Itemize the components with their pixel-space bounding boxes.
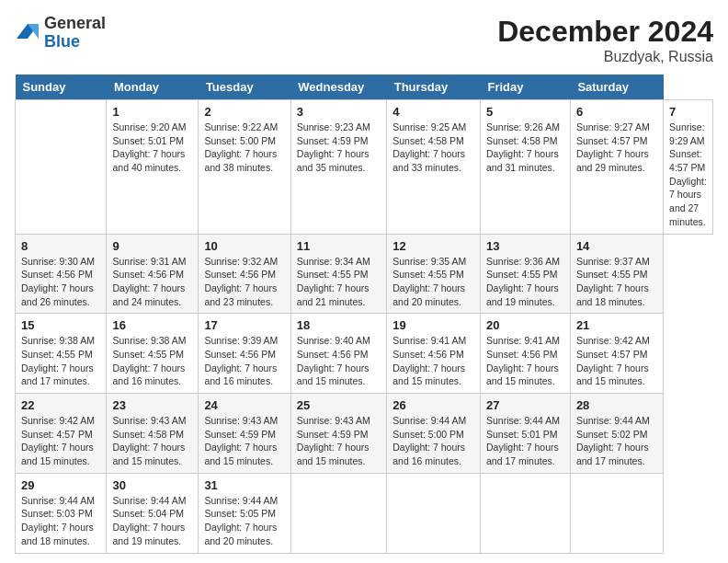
calendar-cell <box>570 473 663 553</box>
day-number: 29 <box>21 478 100 492</box>
calendar-cell <box>290 473 386 553</box>
month-title: December 2024 <box>497 15 713 49</box>
day-number: 4 <box>392 105 474 119</box>
day-number: 14 <box>576 239 657 253</box>
calendar-cell: 28Sunrise: 9:44 AM Sunset: 5:02 PM Dayli… <box>570 394 663 474</box>
calendar-cell: 10Sunrise: 9:32 AM Sunset: 4:56 PM Dayli… <box>199 234 290 314</box>
day-info: Sunrise: 9:44 AM Sunset: 5:05 PM Dayligh… <box>204 494 284 548</box>
day-info: Sunrise: 9:42 AM Sunset: 4:57 PM Dayligh… <box>21 414 100 468</box>
column-header-sunday: Sunday <box>16 75 107 100</box>
day-number: 18 <box>297 318 381 332</box>
day-info: Sunrise: 9:42 AM Sunset: 4:57 PM Dayligh… <box>576 334 657 388</box>
day-info: Sunrise: 9:44 AM Sunset: 5:04 PM Dayligh… <box>112 494 192 548</box>
day-info: Sunrise: 9:35 AM Sunset: 4:55 PM Dayligh… <box>392 255 474 309</box>
calendar-cell: 3Sunrise: 9:23 AM Sunset: 4:59 PM Daylig… <box>290 100 386 235</box>
calendar-cell: 23Sunrise: 9:43 AM Sunset: 4:58 PM Dayli… <box>107 394 199 474</box>
calendar-cell: 8Sunrise: 9:30 AM Sunset: 4:56 PM Daylig… <box>16 234 107 314</box>
day-info: Sunrise: 9:44 AM Sunset: 5:01 PM Dayligh… <box>486 414 564 468</box>
calendar-cell: 1Sunrise: 9:20 AM Sunset: 5:01 PM Daylig… <box>107 100 199 235</box>
column-header-tuesday: Tuesday <box>199 75 290 100</box>
day-info: Sunrise: 9:27 AM Sunset: 4:57 PM Dayligh… <box>576 121 657 175</box>
logo-general-text: General <box>44 14 106 32</box>
day-info: Sunrise: 9:31 AM Sunset: 4:56 PM Dayligh… <box>112 255 192 309</box>
calendar-cell: 18Sunrise: 9:40 AM Sunset: 4:56 PM Dayli… <box>290 314 386 394</box>
day-number: 11 <box>297 239 381 253</box>
day-info: Sunrise: 9:43 AM Sunset: 4:59 PM Dayligh… <box>297 414 381 468</box>
day-info: Sunrise: 9:22 AM Sunset: 5:00 PM Dayligh… <box>204 121 284 175</box>
day-number: 1 <box>112 105 192 119</box>
calendar-week-4: 22Sunrise: 9:42 AM Sunset: 4:57 PM Dayli… <box>16 394 713 474</box>
calendar-week-1: 1Sunrise: 9:20 AM Sunset: 5:01 PM Daylig… <box>16 100 713 235</box>
calendar-cell <box>387 473 481 553</box>
column-header-wednesday: Wednesday <box>290 75 386 100</box>
logo-blue-text: Blue <box>44 32 80 51</box>
calendar-cell: 29Sunrise: 9:44 AM Sunset: 5:03 PM Dayli… <box>16 473 107 553</box>
day-info: Sunrise: 9:23 AM Sunset: 4:59 PM Dayligh… <box>297 121 381 175</box>
day-info: Sunrise: 9:36 AM Sunset: 4:55 PM Dayligh… <box>486 255 564 309</box>
day-number: 25 <box>297 398 381 412</box>
day-number: 10 <box>204 239 284 253</box>
day-number: 30 <box>112 478 192 492</box>
day-info: Sunrise: 9:43 AM Sunset: 4:58 PM Dayligh… <box>112 414 192 468</box>
day-info: Sunrise: 9:29 AM Sunset: 4:57 PM Dayligh… <box>669 121 707 229</box>
calendar-cell: 6Sunrise: 9:27 AM Sunset: 4:57 PM Daylig… <box>570 100 663 235</box>
calendar-cell: 22Sunrise: 9:42 AM Sunset: 4:57 PM Dayli… <box>16 394 107 474</box>
calendar-header-row: SundayMondayTuesdayWednesdayThursdayFrid… <box>16 75 713 100</box>
calendar-week-2: 8Sunrise: 9:30 AM Sunset: 4:56 PM Daylig… <box>16 234 713 314</box>
calendar-cell: 27Sunrise: 9:44 AM Sunset: 5:01 PM Dayli… <box>480 394 570 474</box>
day-info: Sunrise: 9:30 AM Sunset: 4:56 PM Dayligh… <box>21 255 100 309</box>
calendar-cell: 21Sunrise: 9:42 AM Sunset: 4:57 PM Dayli… <box>570 314 663 394</box>
calendar-cell: 26Sunrise: 9:44 AM Sunset: 5:00 PM Dayli… <box>387 394 481 474</box>
column-header-thursday: Thursday <box>387 75 481 100</box>
day-info: Sunrise: 9:41 AM Sunset: 4:56 PM Dayligh… <box>392 334 474 388</box>
title-block: December 2024 Buzdyak, Russia <box>497 15 713 65</box>
calendar-week-5: 29Sunrise: 9:44 AM Sunset: 5:03 PM Dayli… <box>16 473 713 553</box>
calendar-cell: 14Sunrise: 9:37 AM Sunset: 4:55 PM Dayli… <box>570 234 663 314</box>
calendar-cell: 2Sunrise: 9:22 AM Sunset: 5:00 PM Daylig… <box>199 100 290 235</box>
day-info: Sunrise: 9:20 AM Sunset: 5:01 PM Dayligh… <box>112 121 192 175</box>
day-info: Sunrise: 9:25 AM Sunset: 4:58 PM Dayligh… <box>392 121 474 175</box>
column-header-friday: Friday <box>480 75 570 100</box>
calendar-cell: 13Sunrise: 9:36 AM Sunset: 4:55 PM Dayli… <box>480 234 570 314</box>
day-info: Sunrise: 9:39 AM Sunset: 4:56 PM Dayligh… <box>204 334 284 388</box>
calendar-cell: 5Sunrise: 9:26 AM Sunset: 4:58 PM Daylig… <box>480 100 570 235</box>
calendar-cell: 20Sunrise: 9:41 AM Sunset: 4:56 PM Dayli… <box>480 314 570 394</box>
day-number: 22 <box>21 398 100 412</box>
logo: General Blue <box>15 15 106 52</box>
day-number: 3 <box>297 105 381 119</box>
calendar-cell: 7Sunrise: 9:29 AM Sunset: 4:57 PM Daylig… <box>664 100 713 235</box>
location: Buzdyak, Russia <box>497 49 713 65</box>
calendar-cell: 12Sunrise: 9:35 AM Sunset: 4:55 PM Dayli… <box>387 234 481 314</box>
day-info: Sunrise: 9:40 AM Sunset: 4:56 PM Dayligh… <box>297 334 381 388</box>
calendar-table: SundayMondayTuesdayWednesdayThursdayFrid… <box>15 75 713 554</box>
calendar-cell: 24Sunrise: 9:43 AM Sunset: 4:59 PM Dayli… <box>199 394 290 474</box>
calendar-cell: 19Sunrise: 9:41 AM Sunset: 4:56 PM Dayli… <box>387 314 481 394</box>
day-info: Sunrise: 9:44 AM Sunset: 5:03 PM Dayligh… <box>21 494 100 548</box>
calendar-cell: 16Sunrise: 9:38 AM Sunset: 4:55 PM Dayli… <box>107 314 199 394</box>
day-info: Sunrise: 9:44 AM Sunset: 5:00 PM Dayligh… <box>392 414 474 468</box>
calendar-cell: 11Sunrise: 9:34 AM Sunset: 4:55 PM Dayli… <box>290 234 386 314</box>
day-number: 13 <box>486 239 564 253</box>
calendar-cell: 30Sunrise: 9:44 AM Sunset: 5:04 PM Dayli… <box>107 473 199 553</box>
day-info: Sunrise: 9:32 AM Sunset: 4:56 PM Dayligh… <box>204 255 284 309</box>
calendar-week-3: 15Sunrise: 9:38 AM Sunset: 4:55 PM Dayli… <box>16 314 713 394</box>
day-number: 2 <box>204 105 284 119</box>
logo-icon <box>15 20 40 46</box>
day-number: 9 <box>112 239 192 253</box>
day-info: Sunrise: 9:43 AM Sunset: 4:59 PM Dayligh… <box>204 414 284 468</box>
day-number: 27 <box>486 398 564 412</box>
calendar-cell: 9Sunrise: 9:31 AM Sunset: 4:56 PM Daylig… <box>107 234 199 314</box>
page-header: General Blue December 2024 Buzdyak, Russ… <box>15 15 713 65</box>
day-number: 21 <box>576 318 657 332</box>
day-number: 19 <box>392 318 474 332</box>
column-header-saturday: Saturday <box>570 75 663 100</box>
day-number: 5 <box>486 105 564 119</box>
day-info: Sunrise: 9:34 AM Sunset: 4:55 PM Dayligh… <box>297 255 381 309</box>
day-number: 16 <box>112 318 192 332</box>
day-number: 15 <box>21 318 100 332</box>
day-info: Sunrise: 9:44 AM Sunset: 5:02 PM Dayligh… <box>576 414 657 468</box>
calendar-cell: 4Sunrise: 9:25 AM Sunset: 4:58 PM Daylig… <box>387 100 481 235</box>
calendar-cell: 15Sunrise: 9:38 AM Sunset: 4:55 PM Dayli… <box>16 314 107 394</box>
column-header-monday: Monday <box>107 75 199 100</box>
day-number: 6 <box>576 105 657 119</box>
